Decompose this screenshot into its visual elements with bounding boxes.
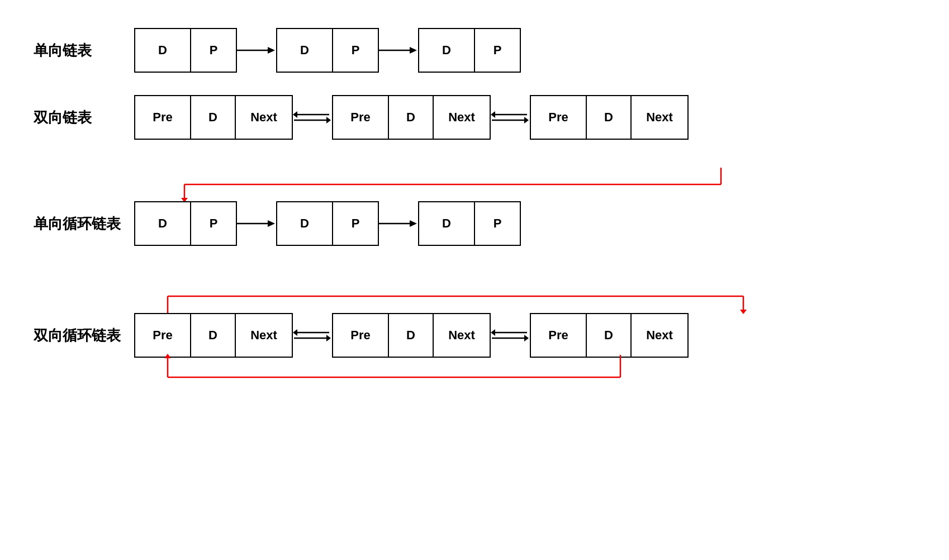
svg-marker-19 <box>410 220 417 227</box>
svg-marker-5 <box>293 111 297 118</box>
cell-d: D <box>389 314 434 357</box>
nodes-double-circular: Pre D Next Pre D Next <box>134 313 689 358</box>
node-single-3: D P <box>418 28 521 73</box>
svg-marker-3 <box>410 47 417 54</box>
cell-next: Next <box>434 96 490 139</box>
cell-p: P <box>333 29 378 72</box>
row-double-circular: 双向循环链表 Pre D Next Pre D Next <box>34 279 915 358</box>
cell-d: D <box>191 96 236 139</box>
svg-marker-7 <box>326 117 331 124</box>
cell-d: D <box>277 29 333 72</box>
cell-p: P <box>475 29 520 72</box>
cell-next: Next <box>236 314 292 357</box>
cell-p: P <box>475 202 520 245</box>
cell-d: D <box>587 96 632 139</box>
node-sc-2: D P <box>276 201 379 246</box>
svg-marker-1 <box>268 47 275 54</box>
cell-d: D <box>135 29 191 72</box>
row-double: 双向链表 Pre D Next Pre D Next <box>34 95 915 140</box>
cell-pre: Pre <box>333 96 389 139</box>
node-sc-1: D P <box>134 201 237 246</box>
node-single-1: D P <box>134 28 237 73</box>
cell-d: D <box>277 202 333 245</box>
label-single: 单向链表 <box>34 41 134 60</box>
cell-d: D <box>135 202 191 245</box>
bidir-arrow-dc-1 <box>293 313 332 358</box>
nodes-single-circular: D P D P D P <box>134 201 521 246</box>
cell-d: D <box>389 96 434 139</box>
cell-d: D <box>191 314 236 357</box>
diagram-container: 单向链表 D P D P D <box>0 0 949 380</box>
arrow-sc-2-3 <box>379 201 418 246</box>
svg-marker-29 <box>491 329 495 336</box>
node-dc-1: Pre D Next <box>134 313 293 358</box>
bottom-circular-arrow-dc <box>134 355 693 388</box>
cell-next: Next <box>434 314 490 357</box>
label-single-circular: 单向循环链表 <box>34 214 134 234</box>
node-double-1: Pre D Next <box>134 95 293 140</box>
cell-p: P <box>191 29 236 72</box>
cell-next: Next <box>236 96 292 139</box>
cell-p: P <box>191 202 236 245</box>
cell-pre: Pre <box>333 314 389 357</box>
cell-next: Next <box>632 314 687 357</box>
svg-marker-25 <box>293 329 297 336</box>
bidir-arrow-1 <box>293 95 332 140</box>
svg-marker-23 <box>740 310 747 314</box>
node-single-2: D P <box>276 28 379 73</box>
arrow-sc-1-2 <box>237 201 276 246</box>
row-single-circular: 单向循环链表 D P D P D <box>34 168 915 246</box>
node-dc-3: Pre D Next <box>530 313 689 358</box>
nodes-double: Pre D Next Pre D Next <box>134 95 689 140</box>
node-sc-3: D P <box>418 201 521 246</box>
cell-pre: Pre <box>531 96 587 139</box>
cell-p: P <box>333 202 378 245</box>
cell-pre: Pre <box>531 314 587 357</box>
svg-marker-35 <box>164 354 171 358</box>
row-single: 单向链表 D P D P D <box>34 28 915 73</box>
cell-d: D <box>419 29 475 72</box>
node-dc-2: Pre D Next <box>332 313 491 358</box>
cell-d: D <box>419 202 475 245</box>
cell-next: Next <box>632 96 687 139</box>
cell-pre: Pre <box>135 314 191 357</box>
arrow-2-3 <box>379 28 418 73</box>
nodes-single: D P D P D P <box>134 28 521 73</box>
svg-marker-11 <box>524 117 529 124</box>
bidir-arrow-dc-2 <box>491 313 530 358</box>
circular-arrow-single <box>134 168 805 201</box>
svg-marker-9 <box>491 111 495 118</box>
svg-marker-31 <box>524 335 529 341</box>
label-double-circular: 双向循环链表 <box>34 326 134 345</box>
cell-pre: Pre <box>135 96 191 139</box>
bidir-arrow-2 <box>491 95 530 140</box>
node-double-3: Pre D Next <box>530 95 689 140</box>
svg-marker-17 <box>268 220 275 227</box>
svg-marker-27 <box>326 335 331 341</box>
arrow-1-2 <box>237 28 276 73</box>
cell-d: D <box>587 314 632 357</box>
node-double-2: Pre D Next <box>332 95 491 140</box>
label-double: 双向链表 <box>34 108 134 127</box>
